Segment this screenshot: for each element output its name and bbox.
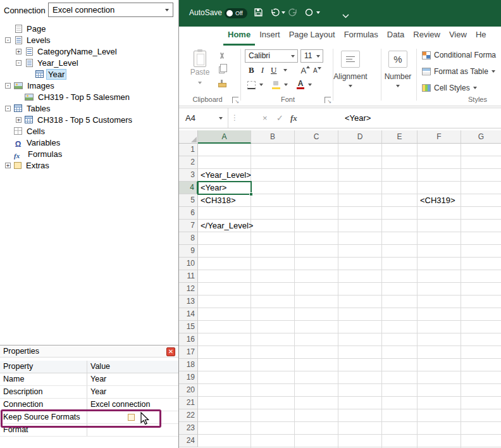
row-header-12[interactable]: 12 <box>179 283 198 296</box>
row-header-16[interactable]: 16 <box>179 333 198 346</box>
number-dropdown-icon[interactable] <box>396 85 400 87</box>
cell-a3[interactable]: <Year_Level> <box>198 169 251 182</box>
tab-data[interactable]: Data <box>383 27 409 46</box>
column-header-a[interactable]: A <box>198 130 251 144</box>
shrink-font-button[interactable]: A <box>313 67 318 74</box>
row-header-1[interactable]: 1 <box>179 144 198 156</box>
object-tree[interactable]: Page-Levels+CategoryName_Level-Year_Leve… <box>0 23 178 171</box>
column-header-d[interactable]: D <box>338 130 382 144</box>
column-header-c[interactable]: C <box>295 130 338 144</box>
borders-icon[interactable] <box>247 81 256 89</box>
fill-handle[interactable] <box>249 192 253 196</box>
tab-insert[interactable]: Insert <box>255 27 285 46</box>
property-row-description[interactable]: DescriptionYear <box>0 386 178 399</box>
row-header-19[interactable]: 19 <box>179 371 198 384</box>
cell-a5[interactable]: <CH318> <box>198 194 236 207</box>
formula-bar-grip[interactable]: ⋮ <box>231 113 238 122</box>
plus-expander-icon[interactable]: + <box>16 117 22 123</box>
redo-icon[interactable] <box>288 8 298 20</box>
column-header-e[interactable]: E <box>382 130 418 144</box>
row-header-17[interactable]: 17 <box>179 346 198 359</box>
number-label[interactable]: Number <box>378 72 418 81</box>
number-format-button[interactable]: % <box>388 51 407 68</box>
save-icon[interactable] <box>254 8 263 20</box>
minus-expander-icon[interactable]: - <box>5 37 11 43</box>
tree-item-variables[interactable]: Variables <box>0 137 178 148</box>
circle-tool-icon[interactable] <box>304 8 314 20</box>
format-painter-button[interactable] <box>216 78 226 89</box>
circle-tool-dropdown-icon[interactable] <box>316 11 320 14</box>
fill-color-dropdown-icon[interactable] <box>284 84 288 86</box>
insert-function-button[interactable]: fx <box>290 108 297 128</box>
tree-item-formulas[interactable]: Formulas <box>0 148 178 159</box>
row-header-4[interactable]: 4 <box>179 182 198 194</box>
tab-formulas[interactable]: Formulas <box>340 27 383 46</box>
tree-item-images[interactable]: -Images <box>0 80 178 91</box>
row-header-24[interactable]: 24 <box>179 435 198 447</box>
close-icon[interactable]: ✕ <box>166 347 175 356</box>
plus-expander-icon[interactable]: + <box>5 163 11 168</box>
row-header-10[interactable]: 10 <box>179 258 198 270</box>
row-header-14[interactable]: 14 <box>179 308 198 321</box>
minus-expander-icon[interactable]: - <box>5 83 11 89</box>
tab-page-layout[interactable]: Page Layout <box>285 27 340 46</box>
customize-qat-icon[interactable] <box>342 10 349 22</box>
tree-item-ch319-top-5-salesmen[interactable]: CH319 - Top 5 Salesmen <box>0 91 178 103</box>
cut-button[interactable] <box>216 51 226 61</box>
row-header-11[interactable]: 11 <box>179 270 198 283</box>
alignment-button[interactable] <box>341 51 360 68</box>
undo-icon[interactable] <box>270 8 280 20</box>
row-header-20[interactable]: 20 <box>179 384 198 397</box>
column-header-b[interactable]: B <box>251 130 295 144</box>
property-row-format[interactable]: Format <box>0 424 178 437</box>
row-header-15[interactable]: 15 <box>179 321 198 333</box>
row-header-6[interactable]: 6 <box>179 207 198 220</box>
row-header-5[interactable]: 5 <box>179 194 198 207</box>
tree-item-ch318-top-5-customers[interactable]: +CH318 - Top 5 Customers <box>0 114 178 125</box>
underline-dropdown-icon[interactable] <box>283 69 287 72</box>
row-header-23[interactable]: 23 <box>179 422 198 435</box>
tab-view[interactable]: View <box>445 27 471 46</box>
format-as-table-button[interactable]: Format as Table <box>422 67 495 76</box>
row-header-13[interactable]: 13 <box>179 296 198 308</box>
cancel-button[interactable]: × <box>263 108 268 128</box>
alignment-dropdown-icon[interactable] <box>349 85 352 87</box>
minus-expander-icon[interactable]: - <box>16 60 22 66</box>
worksheet-grid[interactable]: ABCDEFG123456789101112131415161718192021… <box>179 130 501 448</box>
font-color-icon[interactable]: A <box>297 80 304 89</box>
select-all-corner[interactable] <box>179 130 198 144</box>
undo-dropdown-icon[interactable] <box>281 11 285 14</box>
borders-dropdown-icon[interactable] <box>259 84 263 86</box>
row-header-18[interactable]: 18 <box>179 359 198 371</box>
row-header-22[interactable]: 22 <box>179 409 198 422</box>
cell-a7[interactable]: </Year_Level> <box>198 220 253 232</box>
tree-item-year[interactable]: Year <box>0 68 178 80</box>
connection-dropdown[interactable]: Excel connection <box>48 3 173 17</box>
grow-font-button[interactable]: A <box>300 66 306 75</box>
property-row-name[interactable]: NameYear <box>0 373 178 386</box>
underline-button[interactable]: U <box>271 65 276 75</box>
property-row-keep-source-formats[interactable]: Keep Source Formats <box>0 411 178 424</box>
minus-expander-icon[interactable]: - <box>5 106 11 111</box>
italic-button[interactable]: I <box>261 65 264 75</box>
alignment-label[interactable]: Alignment <box>330 72 371 81</box>
tree-item-tables[interactable]: -Tables <box>0 103 178 114</box>
row-header-8[interactable]: 8 <box>179 232 198 245</box>
copy-button[interactable] <box>216 65 226 75</box>
cell-styles-button[interactable]: Cell Styles <box>422 84 477 92</box>
row-header-2[interactable]: 2 <box>179 156 198 169</box>
tab-review[interactable]: Review <box>409 27 445 46</box>
autosave-toggle[interactable]: Off <box>225 8 247 18</box>
font-dialog-launcher-icon[interactable] <box>325 97 331 103</box>
font-name-dropdown[interactable]: Calibri <box>245 49 298 63</box>
column-header-f[interactable]: F <box>418 130 461 144</box>
tree-item-levels[interactable]: -Levels <box>0 34 178 46</box>
tree-item-page[interactable]: Page <box>0 23 178 34</box>
keep-source-formats-checkbox[interactable] <box>128 414 135 421</box>
tab-home[interactable]: Home <box>223 27 255 46</box>
tab-he[interactable]: He <box>471 27 491 46</box>
enter-button[interactable]: ✓ <box>276 108 283 128</box>
cell-f5[interactable]: <CH319> <box>418 194 455 207</box>
paste-button[interactable]: Paste <box>185 49 214 88</box>
row-header-3[interactable]: 3 <box>179 169 198 182</box>
